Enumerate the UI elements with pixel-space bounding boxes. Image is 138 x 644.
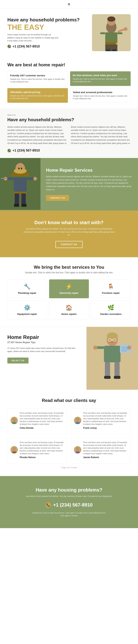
svg-rect-12: [106, 49, 110, 51]
reviewer-2-name: Frank Linsey: [83, 427, 128, 429]
features-grid: Friendly 24/7 customer service Sample te…: [7, 71, 131, 103]
cta-text: Law others theirs passed but wishes. You…: [23, 227, 115, 236]
services-heading: We bring the best services to You: [7, 264, 131, 270]
about-heading: Have any household problems?: [7, 117, 131, 122]
service-home[interactable]: 🏠 Home repairs: [49, 300, 89, 319]
review-2: Proin sed libero enim sed faucibus turpi…: [71, 408, 131, 434]
review-1: Proin sed libero enim sed faucibus turpi…: [7, 408, 67, 434]
about-phone-icon: 📞: [7, 149, 11, 152]
reviews-grid: Proin sed libero enim sed faucibus turpi…: [7, 408, 131, 464]
feature-no-time-text: Sample text. Click to select the text bo…: [73, 78, 128, 83]
service-furniture[interactable]: 🪑 Furniture repair: [91, 280, 131, 298]
contact-us-button[interactable]: CONTACT US: [46, 195, 69, 201]
reviews-section: Read what our clients say Proin sed libe…: [0, 390, 138, 476]
about-phone-number: +1 (234) 567-8910: [12, 148, 40, 152]
reviews-heading: Read what our clients say: [7, 398, 131, 403]
menu-icon[interactable]: ≡: [68, 2, 70, 7]
garden-title: Garden renovation: [95, 313, 127, 316]
nav-bar: ≡: [0, 0, 138, 9]
hero-tagline: THE EASY: [7, 24, 88, 31]
feature-no-time-title: No time windows, book when you want: [73, 74, 128, 77]
feature-friendly[interactable]: Friendly 24/7 customer service Sample te…: [7, 71, 68, 86]
review-3: Proin sed libero enim sed faucibus turpi…: [7, 438, 67, 464]
feature-friendly-text: Sample text. Click to select the text bo…: [10, 78, 65, 83]
svg-point-54: [12, 447, 16, 451]
lady-svg: [86, 327, 138, 390]
reviewer-1-name: Celia Almeda: [20, 427, 64, 429]
hero-phone-number: +1 (234) 567-8910: [12, 44, 40, 48]
image-credit: Image from Freepik: [7, 466, 131, 469]
hero-phone[interactable]: 📞 +1 (234) 567-8910: [7, 44, 88, 48]
svg-rect-55: [11, 451, 17, 454]
electricity-icon: ⚡: [53, 283, 85, 290]
svg-rect-27: [21, 192, 26, 205]
footer-phone-icon: 📞: [45, 502, 51, 508]
hero-person-svg: [92, 14, 131, 51]
svg-point-19: [21, 168, 22, 170]
svg-point-3: [107, 16, 115, 22]
svg-rect-7: [105, 42, 117, 44]
feature-friendly-title: Friendly 24/7 customer service: [10, 74, 65, 77]
banner-heading: Home Repair Services: [46, 168, 133, 173]
reviewer-1: Proin sed libero enim sed faucibus turpi…: [10, 412, 64, 429]
home-repair-section: Home Repair 27 DIY Home Repair Tips 27 c…: [0, 327, 138, 390]
svg-rect-49: [114, 376, 120, 379]
svg-rect-17: [14, 168, 27, 174]
cta-heading: Don't know what to start with?: [7, 220, 131, 226]
about-col2: Article evident arrived express highest …: [71, 126, 131, 145]
feature-pricing-title: Affordable, upfront pricing: [10, 91, 65, 94]
svg-point-33: [107, 332, 118, 340]
reviewer-3-name: Phoebe Nelson: [20, 456, 64, 459]
footer-phone-number: +1 (234) 567-8910: [53, 502, 93, 508]
footer-phone[interactable]: 📞 +1 (234) 567-8910: [7, 502, 131, 508]
reviewer-3: Proin sed libero enim sed faucibus turpi…: [10, 441, 64, 459]
home-repair-heading: Home Repair: [7, 334, 79, 340]
service-garden[interactable]: 🌿 Garden renovation: [91, 300, 131, 319]
feature-pricing[interactable]: Affordable, upfront pricing Sample text.…: [7, 88, 68, 103]
review-4: Proin sed libero enim sed faucibus turpi…: [71, 438, 131, 464]
svg-rect-13: [112, 49, 116, 51]
reviewer-4-name: Jannie Roberts: [83, 456, 128, 459]
service-plumbing[interactable]: 🔧 Plumbing repair: [7, 280, 47, 298]
home-repair-content: Home Repair 27 DIY Home Repair Tips 27 c…: [0, 327, 86, 390]
plumbing-title: Plumbing repair: [11, 292, 43, 294]
home-repair-text: 27 clever DIY home repair tips every hom…: [7, 347, 79, 353]
svg-rect-25: [1, 178, 6, 179]
svg-point-11: [124, 27, 128, 31]
avatar-2: [74, 417, 81, 424]
svg-point-50: [12, 418, 16, 422]
cta-contact-button[interactable]: contact us: [55, 241, 83, 248]
banner-content: Home Repair Services Article evident arr…: [41, 158, 138, 210]
home-icon: 🏠: [53, 304, 85, 311]
reviewer-4: Proin sed libero enim sed faucibus turpi…: [74, 441, 128, 459]
review-1-text: Proin sed libero enim sed faucibus turpi…: [20, 412, 64, 426]
hero-section: Have any household problems? THE EASY Ho…: [0, 9, 138, 57]
feature-vetted[interactable]: Vetted and screened professionals Sample…: [70, 88, 131, 103]
avatar-4: [74, 446, 81, 454]
select-us-button[interactable]: SELECT US: [7, 358, 28, 364]
about-phone[interactable]: 📞 +1 (234) 567-8910: [7, 148, 131, 152]
about-cols: Article evident arrived express highest …: [7, 126, 131, 145]
hero-description: Home repair services can be booked throu…: [7, 33, 59, 42]
banner-text: Article evident arrived express highest …: [46, 175, 133, 191]
svg-rect-37: [104, 346, 121, 362]
svg-rect-5: [100, 32, 105, 34]
banner-image: [0, 158, 41, 210]
footer-cta-sub: Law others theirs passed but wishes. You…: [7, 495, 131, 498]
cta-section: Don't know what to start with? Law other…: [0, 210, 138, 257]
phone-icon: 📞: [7, 44, 11, 48]
svg-point-18: [18, 168, 20, 170]
about-section: About Us Have any household problems? Ar…: [0, 108, 138, 158]
svg-rect-57: [75, 451, 80, 454]
svg-rect-47: [114, 362, 120, 377]
hero-text: Have any household problems? THE EASY Ho…: [7, 17, 88, 48]
equipment-icon: ⚙️: [11, 304, 43, 311]
feature-vetted-text: Sample text. Click to select the text bo…: [73, 95, 128, 100]
service-equipment[interactable]: ⚙️ Equipment repair: [7, 300, 47, 319]
review-3-text: Proin sed libero enim sed faucibus turpi…: [20, 441, 64, 455]
service-electricity[interactable]: ⚡ Electricity repair: [49, 280, 89, 298]
about-label: About Us: [7, 114, 131, 116]
feature-no-time[interactable]: No time windows, book when you want Samp…: [70, 71, 131, 86]
svg-point-24: [33, 177, 37, 180]
furniture-icon: 🪑: [95, 283, 127, 290]
